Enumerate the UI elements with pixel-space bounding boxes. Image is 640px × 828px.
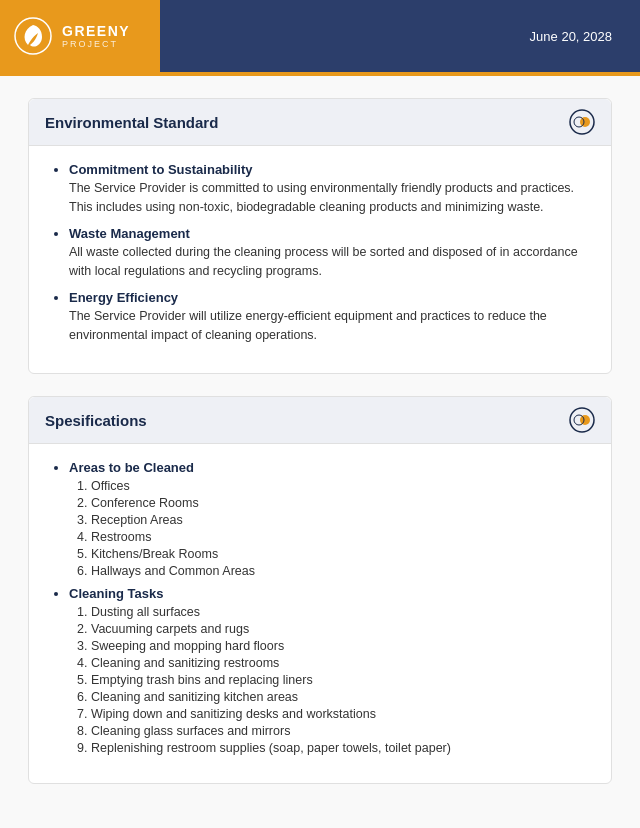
list-item: Hallways and Common Areas — [91, 564, 591, 578]
list-item: Cleaning glass surfaces and mirrors — [91, 724, 591, 738]
list-item: Restrooms — [91, 530, 591, 544]
areas-sublist: Offices Conference Rooms Reception Areas… — [69, 479, 591, 578]
list-item: Waste Management All waste collected dur… — [69, 226, 591, 282]
list-item: Cleaning and sanitizing restrooms — [91, 656, 591, 670]
page-header: GREENY PROJECT June 20, 2028 — [0, 0, 640, 72]
section-specifications-title: Spesifications — [45, 412, 147, 429]
toggle-icon-environmental[interactable] — [569, 109, 595, 135]
header-date: June 20, 2028 — [530, 29, 612, 44]
list-item: Dusting all surfaces — [91, 605, 591, 619]
list-item: Energy Efficiency The Service Provider w… — [69, 290, 591, 346]
svg-point-2 — [580, 117, 590, 127]
list-item: Cleaning and sanitizing kitchen areas — [91, 690, 591, 704]
section-specifications-body: Areas to be Cleaned Offices Conference R… — [29, 444, 611, 783]
section-specifications-header: Spesifications — [29, 397, 611, 444]
list-item: Offices — [91, 479, 591, 493]
list-item: Kitchens/Break Rooms — [91, 547, 591, 561]
svg-point-5 — [580, 415, 590, 425]
tasks-sublist: Dusting all surfaces Vacuuming carpets a… — [69, 605, 591, 755]
list-item: Vacuuming carpets and rugs — [91, 622, 591, 636]
list-item-tasks: Cleaning Tasks Dusting all surfaces Vacu… — [69, 586, 591, 755]
list-item: Replenishing restroom supplies (soap, pa… — [91, 741, 591, 755]
list-item-areas: Areas to be Cleaned Offices Conference R… — [69, 460, 591, 578]
logo-text: GREENY PROJECT — [62, 23, 130, 49]
main-content: Environmental Standard Commitment to Sus… — [0, 76, 640, 828]
list-item: Conference Rooms — [91, 496, 591, 510]
section-environmental-standard: Environmental Standard Commitment to Sus… — [28, 98, 612, 374]
toggle-icon-specifications[interactable] — [569, 407, 595, 433]
header-right: June 20, 2028 — [160, 0, 640, 72]
logo-icon — [14, 17, 52, 55]
section-specifications: Spesifications Areas to be Cleaned Offic… — [28, 396, 612, 784]
section-environmental-standard-header: Environmental Standard — [29, 99, 611, 146]
environmental-list: Commitment to Sustainability The Service… — [49, 162, 591, 345]
list-item: Commitment to Sustainability The Service… — [69, 162, 591, 218]
logo-name: GREENY — [62, 23, 130, 39]
list-item: Wiping down and sanitizing desks and wor… — [91, 707, 591, 721]
section-environmental-standard-body: Commitment to Sustainability The Service… — [29, 146, 611, 373]
section-environmental-standard-title: Environmental Standard — [45, 114, 218, 131]
list-item: Sweeping and mopping hard floors — [91, 639, 591, 653]
logo-block: GREENY PROJECT — [0, 0, 160, 72]
logo-sub: PROJECT — [62, 39, 130, 49]
list-item: Reception Areas — [91, 513, 591, 527]
list-item: Emptying trash bins and replacing liners — [91, 673, 591, 687]
specifications-list: Areas to be Cleaned Offices Conference R… — [49, 460, 591, 755]
